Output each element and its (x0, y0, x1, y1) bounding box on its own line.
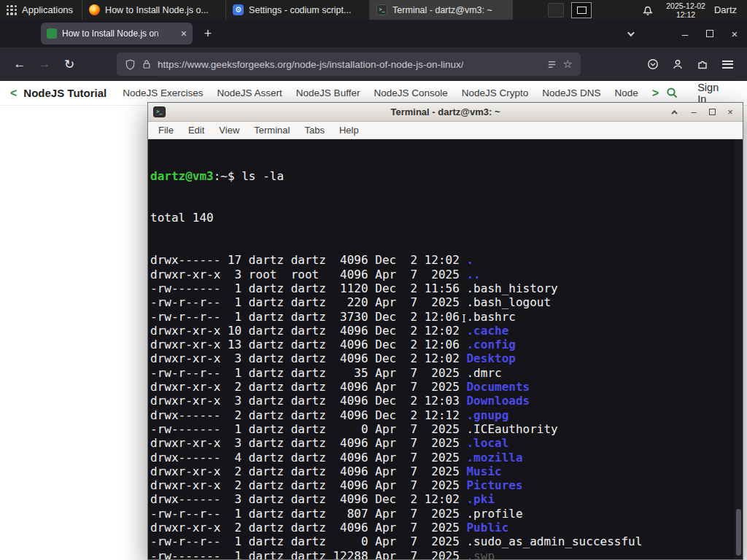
applications-menu-button[interactable]: Applications (0, 0, 82, 20)
new-tab-button[interactable]: + (198, 24, 217, 43)
site-nav-link[interactable]: NodeJS Buffer (296, 88, 360, 98)
taskbar-window-title: Terminal - dartz@vm3: ~ (392, 5, 492, 15)
menu-terminal[interactable]: Terminal (248, 123, 295, 137)
tray-display-icon[interactable] (571, 2, 592, 18)
system-tray (548, 2, 592, 18)
site-nav-link[interactable]: NodeJS DNS (542, 88, 600, 98)
lock-icon[interactable] (142, 59, 152, 69)
file-name: .sudo_as_admin_successful (466, 534, 642, 548)
screen-icon (577, 7, 587, 14)
site-nav-link[interactable]: NodeJS Console (374, 88, 447, 98)
site-nav-link[interactable]: NodeJS Exercises (123, 88, 203, 98)
url-text: https://www.geeksforgeeks.org/node-js/in… (158, 59, 463, 70)
back-button[interactable]: ← (7, 52, 32, 76)
ls-row-meta: -rw-r--r-- 1 dartz dartz 0 Apr 7 2025 (150, 534, 466, 548)
bookmark-star-icon[interactable]: ☆ (563, 58, 573, 71)
terminal-ls-row: drwxr-xr-x 13 dartz dartz 4096 Dec 2 12:… (150, 338, 743, 351)
terminal-ls-row: -rw-r--r-- 1 dartz dartz 220 Apr 7 2025 … (150, 295, 743, 309)
url-bar[interactable]: https://www.geeksforgeeks.org/node-js/in… (117, 52, 581, 76)
terminal-titlebar[interactable]: >_ Terminal - dartz@vm3: ~ – × (148, 103, 743, 122)
taskbar-window-firefox[interactable]: How to Install Node.js o... (82, 0, 225, 20)
reader-mode-icon[interactable] (546, 59, 557, 70)
site-nav-link[interactable]: Node (615, 88, 638, 98)
terminal-ls-row: drwxr-xr-x 2 dartz dartz 4096 Apr 7 2025… (150, 521, 743, 534)
ls-output: drwx------ 17 dartz dartz 4096 Dec 2 12:… (150, 253, 743, 559)
ls-row-meta: -rw-r--r-- 1 dartz dartz 807 Apr 7 2025 (150, 507, 466, 521)
file-name: .bash_logout (466, 295, 551, 309)
site-search-button[interactable] (666, 87, 678, 99)
ls-row-meta: drwxr-xr-x 13 dartz dartz 4096 Dec 2 12:… (150, 338, 466, 351)
prompt-line: dartz@vm3:~$ ls -la (150, 169, 743, 183)
terminal-output[interactable]: dartz@vm3:~$ ls -la total 140 drwx------… (148, 139, 743, 559)
pocket-icon (647, 58, 659, 70)
shield-icon[interactable] (125, 59, 136, 70)
maximize-icon (706, 30, 713, 37)
window-close-button[interactable]: × (722, 20, 747, 47)
browser-tab[interactable]: How to Install Node.js on × (41, 23, 193, 44)
scrollbar-thumb[interactable] (736, 509, 741, 556)
tab-close-icon[interactable]: × (181, 28, 187, 39)
ls-row-meta: -rw-r--r-- 1 dartz dartz 3730 Dec 2 12:0… (150, 310, 466, 324)
user-menu[interactable]: Dartz (714, 4, 737, 15)
terminal-title: Terminal - dartz@vm3: ~ (148, 106, 743, 117)
site-nav-link[interactable]: NodeJS Crypto (462, 88, 529, 98)
site-favicon (47, 28, 57, 39)
directory-name: . (466, 253, 473, 267)
terminal-shade-button[interactable] (668, 106, 683, 119)
menu-tabs[interactable]: Tabs (298, 123, 330, 137)
ls-row-meta: drwxr-xr-x 2 dartz dartz 4096 Apr 7 2025 (150, 464, 466, 478)
menu-help[interactable]: Help (333, 123, 365, 137)
menu-file[interactable]: File (152, 123, 179, 137)
ls-row-meta: drwx------ 2 dartz dartz 4096 Dec 2 12:1… (150, 408, 466, 422)
menu-button[interactable] (715, 52, 740, 76)
settings-gear-icon: ⚙ (233, 4, 244, 15)
ls-row-meta: drwxr-xr-x 3 root root 4096 Apr 7 2025 (150, 268, 466, 281)
taskbar-window-title: Settings - codium script... (249, 5, 351, 15)
tray-app-icon[interactable] (548, 3, 564, 18)
menu-view[interactable]: View (213, 123, 245, 137)
terminal-icon: >_ (153, 106, 166, 117)
site-nav-link[interactable]: NodeJS Assert (217, 88, 282, 98)
taskbar-window-terminal[interactable]: >_ Terminal - dartz@vm3: ~ (369, 0, 513, 20)
list-all-tabs-button[interactable] (617, 20, 642, 47)
terminal-ls-row: -rw-r--r-- 1 dartz dartz 35 Apr 7 2025 .… (150, 366, 743, 380)
prompt-path: :~$ (214, 169, 242, 183)
directory-name: Public (466, 521, 508, 534)
terminal-ls-row: drwxr-xr-x 3 root root 4096 Apr 7 2025 .… (150, 268, 743, 281)
desktop: Applications How to Install Node.js o...… (0, 0, 747, 560)
menu-edit[interactable]: Edit (182, 123, 210, 137)
site-nav-next-button[interactable]: > (652, 87, 659, 100)
terminal-close-button[interactable]: × (723, 106, 738, 119)
ls-row-meta: drwxr-xr-x 3 dartz dartz 4096 Apr 7 2025 (150, 436, 466, 450)
ls-row-meta: drwxr-xr-x 3 dartz dartz 4096 Dec 2 12:0… (150, 394, 466, 408)
account-button[interactable] (665, 52, 690, 76)
file-name: .bashrc (466, 310, 515, 324)
directory-name: .mozilla (466, 451, 522, 464)
ls-row-meta: drwxr-xr-x 3 dartz dartz 4096 Dec 2 12:0… (150, 351, 466, 365)
reload-button[interactable]: ↻ (57, 52, 82, 76)
browser-tab-bar: How to Install Node.js on × + – × (0, 20, 747, 47)
terminal-maximize-button[interactable] (705, 106, 719, 119)
directory-name: .pki (466, 492, 495, 506)
clock[interactable]: 2025-12-02 12:12 (666, 1, 705, 19)
terminal-scrollbar[interactable] (735, 139, 743, 559)
terminal-ls-row: drwx------ 4 dartz dartz 4096 Apr 7 2025… (150, 451, 743, 464)
window-maximize-button[interactable] (697, 20, 722, 47)
site-nav-back-button[interactable]: < NodeJS Tutorial (10, 87, 107, 100)
terminal-ls-row: -rw------- 1 dartz dartz 12288 Apr 7 202… (150, 549, 743, 559)
forward-button[interactable]: → (32, 52, 57, 76)
window-minimize-button[interactable]: – (673, 20, 697, 47)
ls-row-meta: drwxr-xr-x 2 dartz dartz 4096 Apr 7 2025 (150, 478, 466, 492)
extensions-button[interactable] (690, 52, 715, 76)
ls-row-meta: -rw------- 1 dartz dartz 0 Apr 7 2025 (150, 422, 466, 436)
total-line: total 140 (150, 211, 743, 225)
notifications-button[interactable] (638, 0, 657, 20)
pocket-button[interactable] (640, 52, 665, 76)
directory-name: Downloads (466, 394, 530, 408)
directory-name: .. (466, 268, 480, 281)
sign-in-button[interactable]: Sign In (697, 82, 719, 105)
chevron-left-icon: < (10, 87, 17, 100)
taskbar-window-settings[interactable]: ⚙ Settings - codium script... (225, 0, 369, 20)
terminal-ls-row: -rw------- 1 dartz dartz 0 Apr 7 2025 .I… (150, 422, 743, 436)
terminal-minimize-button[interactable]: – (686, 106, 701, 119)
